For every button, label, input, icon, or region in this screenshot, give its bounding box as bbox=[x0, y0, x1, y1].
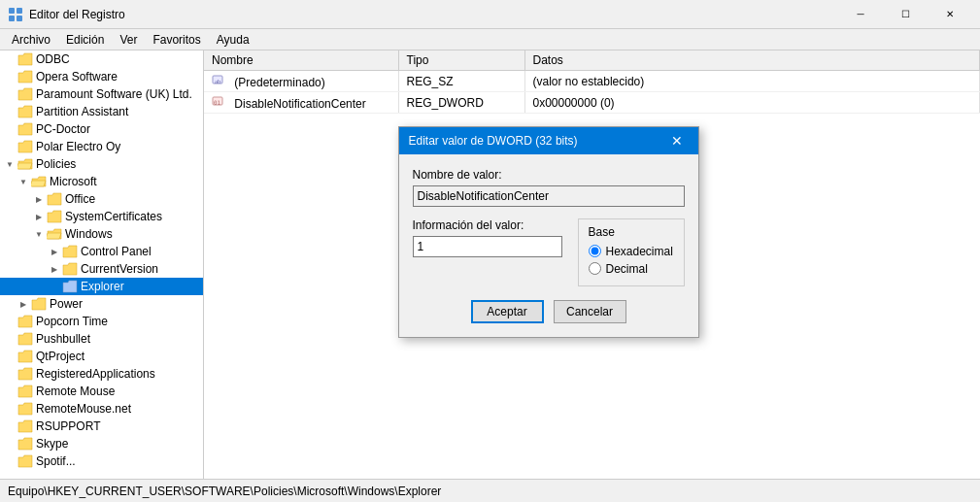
modal-name-label: Nombre de valor: bbox=[413, 168, 685, 182]
modal-row: Información del valor: Base Hexadecimal … bbox=[413, 218, 685, 286]
modal-body: Nombre de valor: Información del valor: … bbox=[399, 154, 698, 337]
accept-button[interactable]: Aceptar bbox=[471, 300, 544, 323]
cancel-button[interactable]: Cancelar bbox=[554, 300, 626, 323]
modal-overlay: Editar valor de DWORD (32 bits) ✕ Nombre… bbox=[0, 0, 980, 502]
modal-base-section: Base Hexadecimal Decimal bbox=[578, 218, 685, 286]
dword-edit-dialog: Editar valor de DWORD (32 bits) ✕ Nombre… bbox=[398, 126, 699, 338]
hexadecimal-radio[interactable] bbox=[589, 245, 601, 257]
decimal-radio[interactable] bbox=[589, 262, 601, 275]
decimal-radio-label[interactable]: Decimal bbox=[589, 262, 674, 276]
modal-title-bar: Editar valor de DWORD (32 bits) ✕ bbox=[399, 127, 698, 154]
decimal-label: Decimal bbox=[606, 262, 648, 276]
modal-value-label: Información del valor: bbox=[413, 218, 562, 232]
modal-value-section: Información del valor: bbox=[413, 218, 562, 257]
modal-close-button[interactable]: ✕ bbox=[665, 129, 689, 152]
modal-base-title: Base bbox=[589, 225, 674, 239]
modal-buttons: Aceptar Cancelar bbox=[413, 300, 685, 327]
hexadecimal-label: Hexadecimal bbox=[606, 245, 673, 258]
modal-name-input[interactable] bbox=[413, 185, 685, 207]
modal-value-input[interactable] bbox=[413, 236, 562, 257]
modal-title: Editar valor de DWORD (32 bits) bbox=[409, 134, 665, 148]
hexadecimal-radio-label[interactable]: Hexadecimal bbox=[589, 245, 674, 258]
